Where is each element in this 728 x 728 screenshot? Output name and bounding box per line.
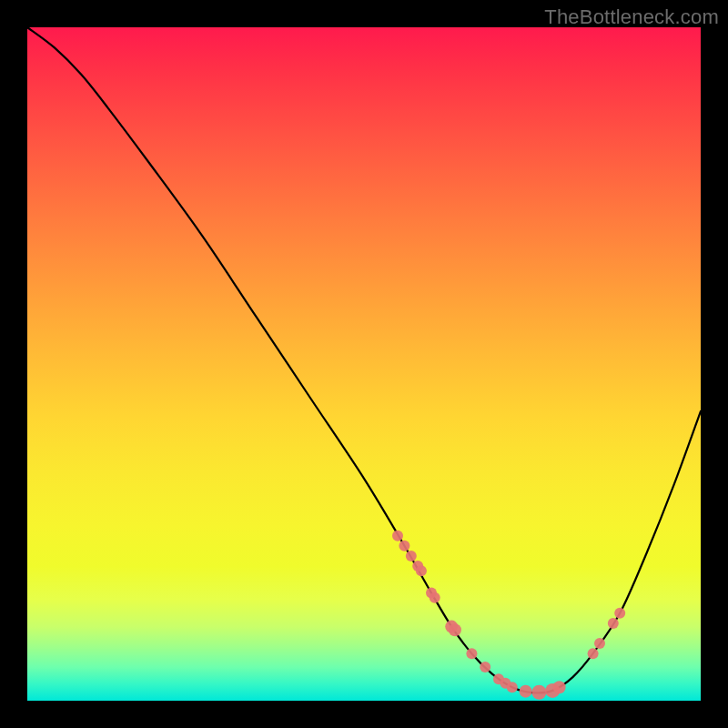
marker-point — [466, 648, 477, 659]
marker-point — [531, 685, 546, 700]
plot-svg — [27, 27, 701, 701]
marker-point — [430, 592, 440, 603]
marker-group — [392, 531, 625, 700]
marker-point — [406, 551, 417, 561]
marker-point — [480, 662, 490, 672]
marker-point — [614, 608, 625, 619]
watermark-text: TheBottleneck.com — [544, 5, 719, 29]
marker-point — [399, 541, 410, 551]
marker-point — [588, 648, 599, 659]
marker-point — [594, 638, 605, 649]
marker-point — [392, 531, 403, 541]
bottleneck-curve — [27, 27, 701, 693]
marker-point — [608, 618, 619, 629]
marker-point — [520, 685, 532, 698]
marker-point — [449, 623, 461, 636]
marker-point — [416, 565, 427, 576]
marker-point — [507, 682, 518, 693]
marker-point — [553, 681, 566, 693]
